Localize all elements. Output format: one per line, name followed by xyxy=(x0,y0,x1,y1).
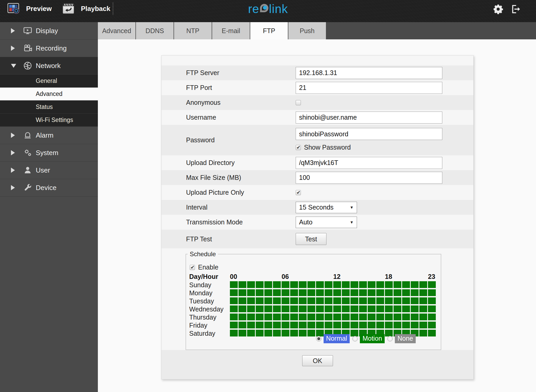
schedule-cell[interactable] xyxy=(307,305,315,312)
schedule-cell[interactable] xyxy=(230,289,238,296)
schedule-cell[interactable] xyxy=(428,322,436,328)
schedule-cell[interactable] xyxy=(247,314,255,320)
schedule-cell[interactable] xyxy=(411,322,419,328)
schedule-cell[interactable] xyxy=(419,330,427,336)
tab-ftp[interactable]: FTP xyxy=(250,22,288,39)
schedule-cell[interactable] xyxy=(264,289,272,296)
schedule-cell[interactable] xyxy=(264,314,272,320)
schedule-cell[interactable] xyxy=(325,305,332,312)
schedule-cell[interactable] xyxy=(333,314,341,320)
show-password-checkbox[interactable] xyxy=(296,145,301,150)
max-file-size-input[interactable] xyxy=(296,172,442,184)
schedule-cell[interactable] xyxy=(402,297,410,304)
schedule-cell[interactable] xyxy=(368,297,376,304)
schedule-cell[interactable] xyxy=(359,314,367,320)
schedule-cell[interactable] xyxy=(290,322,298,328)
schedule-cell[interactable] xyxy=(239,330,246,336)
upload-directory-input[interactable] xyxy=(296,157,442,169)
ftp-server-input[interactable] xyxy=(296,67,442,79)
schedule-cell[interactable] xyxy=(307,297,315,304)
schedule-cell[interactable] xyxy=(359,322,367,328)
schedule-cell[interactable] xyxy=(230,297,238,304)
schedule-cell[interactable] xyxy=(316,305,324,312)
schedule-cell[interactable] xyxy=(256,281,264,288)
schedule-cell[interactable] xyxy=(411,281,419,288)
schedule-cell[interactable] xyxy=(282,314,289,320)
schedule-cell[interactable] xyxy=(385,297,393,304)
logout-icon[interactable] xyxy=(511,4,521,14)
schedule-cell[interactable] xyxy=(273,289,281,296)
schedule-cell[interactable] xyxy=(359,281,367,288)
sidebar-subitem-advanced[interactable]: Advanced xyxy=(0,88,98,101)
schedule-cell[interactable] xyxy=(359,289,367,296)
schedule-cell[interactable] xyxy=(239,314,246,320)
sidebar-item-network[interactable]: Network xyxy=(0,57,98,75)
sidebar-subitem-general[interactable]: General xyxy=(0,75,98,88)
schedule-cell[interactable] xyxy=(350,305,358,312)
schedule-cell[interactable] xyxy=(385,322,393,328)
sidebar-item-user[interactable]: User xyxy=(0,162,98,179)
schedule-cell[interactable] xyxy=(256,330,264,336)
schedule-cell[interactable] xyxy=(239,297,246,304)
schedule-cell[interactable] xyxy=(230,305,238,312)
schedule-cell[interactable] xyxy=(273,314,281,320)
schedule-cell[interactable] xyxy=(342,322,350,328)
schedule-cell[interactable] xyxy=(307,289,315,296)
schedule-cell[interactable] xyxy=(402,289,410,296)
schedule-cell[interactable] xyxy=(273,330,281,336)
schedule-cell[interactable] xyxy=(402,305,410,312)
schedule-cell[interactable] xyxy=(230,330,238,336)
mode-motion-radio[interactable] xyxy=(352,336,358,341)
password-input[interactable] xyxy=(296,128,442,140)
username-input[interactable] xyxy=(296,112,442,124)
schedule-cell[interactable] xyxy=(350,289,358,296)
schedule-cell[interactable] xyxy=(299,322,307,328)
schedule-cell[interactable] xyxy=(273,322,281,328)
schedule-cell[interactable] xyxy=(290,281,298,288)
schedule-cell[interactable] xyxy=(239,322,246,328)
schedule-cell[interactable] xyxy=(333,322,341,328)
schedule-cell[interactable] xyxy=(402,281,410,288)
schedule-cell[interactable] xyxy=(325,289,332,296)
schedule-cell[interactable] xyxy=(307,330,315,336)
schedule-cell[interactable] xyxy=(419,305,427,312)
schedule-cell[interactable] xyxy=(230,281,238,288)
schedule-cell[interactable] xyxy=(239,281,246,288)
schedule-cell[interactable] xyxy=(411,289,419,296)
schedule-cell[interactable] xyxy=(368,281,376,288)
schedule-cell[interactable] xyxy=(419,322,427,328)
schedule-cell[interactable] xyxy=(325,322,332,328)
schedule-cell[interactable] xyxy=(230,314,238,320)
sidebar-item-device[interactable]: Device xyxy=(0,179,98,197)
schedule-cell[interactable] xyxy=(376,281,384,288)
schedule-cell[interactable] xyxy=(402,322,410,328)
settings-gear-icon[interactable] xyxy=(493,4,504,15)
sidebar-item-system[interactable]: System xyxy=(0,144,98,162)
schedule-cell[interactable] xyxy=(394,281,401,288)
schedule-cell[interactable] xyxy=(428,281,436,288)
schedule-cell[interactable] xyxy=(264,297,272,304)
schedule-cell[interactable] xyxy=(402,314,410,320)
schedule-cell[interactable] xyxy=(394,322,401,328)
schedule-cell[interactable] xyxy=(428,314,436,320)
schedule-cell[interactable] xyxy=(299,289,307,296)
schedule-cell[interactable] xyxy=(419,314,427,320)
schedule-cell[interactable] xyxy=(264,281,272,288)
schedule-cell[interactable] xyxy=(350,281,358,288)
schedule-cell[interactable] xyxy=(333,305,341,312)
schedule-cell[interactable] xyxy=(264,322,272,328)
schedule-cell[interactable] xyxy=(247,305,255,312)
schedule-cell[interactable] xyxy=(290,289,298,296)
schedule-cell[interactable] xyxy=(376,305,384,312)
schedule-cell[interactable] xyxy=(325,314,332,320)
schedule-cell[interactable] xyxy=(359,297,367,304)
schedule-cell[interactable] xyxy=(290,297,298,304)
schedule-cell[interactable] xyxy=(273,281,281,288)
ok-button[interactable]: OK xyxy=(302,355,333,366)
schedule-cell[interactable] xyxy=(385,305,393,312)
schedule-cell[interactable] xyxy=(385,281,393,288)
schedule-cell[interactable] xyxy=(368,289,376,296)
mode-normal-radio[interactable] xyxy=(316,336,321,341)
schedule-cell[interactable] xyxy=(385,314,393,320)
schedule-cell[interactable] xyxy=(256,289,264,296)
